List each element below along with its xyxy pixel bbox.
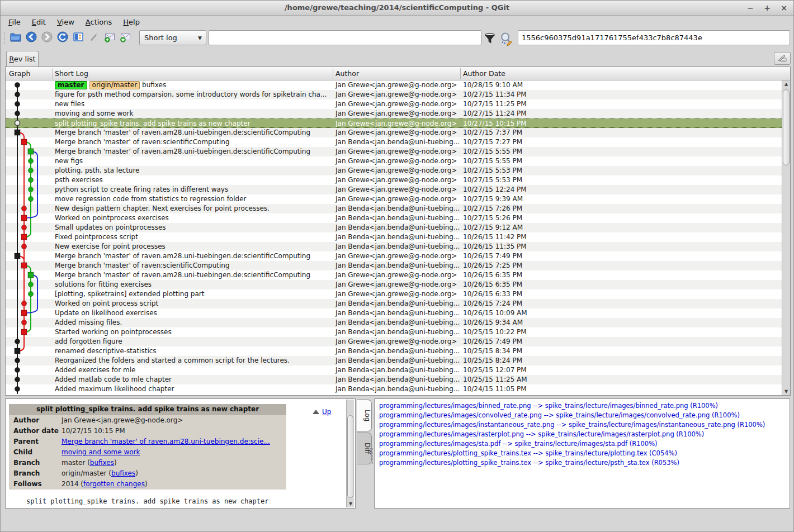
log-mode-combobox[interactable]: Short log ▼ [139, 30, 206, 45]
sha-input[interactable] [518, 30, 790, 45]
side-tab-diff[interactable]: Diff [357, 433, 372, 464]
commit-row[interactable]: Added matlab code to mle chapterJan Bend… [6, 375, 782, 384]
commit-row[interactable]: [plotting, spiketrains] extended plottin… [6, 289, 782, 299]
detail-link[interactable]: bufixes [90, 459, 114, 467]
renamed-file-entry[interactable]: programming/lectures/images/convolved_ra… [375, 411, 790, 420]
commit-graph [6, 147, 57, 156]
commit-row[interactable]: split plotting_spike trains. add spike t… [6, 118, 782, 128]
commit-row[interactable]: Started working on pointprocessesJan Ben… [6, 327, 782, 337]
toggle-view-icon[interactable] [71, 30, 86, 45]
maximize-button[interactable]: + [762, 3, 772, 13]
minimize-button[interactable]: − [745, 3, 755, 13]
col-header-authordate[interactable]: Author Date [463, 67, 505, 80]
commit-row[interactable]: Merge branch 'master' of raven.am28.uni-… [6, 128, 782, 137]
commit-row[interactable]: python script to create firing rates in … [6, 185, 782, 194]
panel-splitter-handle[interactable] [372, 448, 374, 464]
renamed-file-entry[interactable]: programming/lectures/plotting_spike_trai… [375, 449, 790, 458]
open-folder-icon[interactable] [8, 30, 23, 45]
commit-row[interactable]: Added maximum likelihood chapterJan Bend… [6, 384, 782, 394]
commit-row[interactable]: Small updates on pointprocessesJan Benda… [6, 223, 782, 232]
col-header-shortlog[interactable]: Short Log [55, 67, 88, 80]
search-input[interactable] [209, 30, 481, 45]
wand-icon[interactable] [87, 30, 101, 45]
commit-graph [6, 166, 57, 175]
scroll-down-icon[interactable]: ▼ [782, 388, 790, 395]
tab-corner-button[interactable] [774, 52, 791, 65]
tab-rev-list[interactable]: Rev list [6, 51, 39, 67]
commit-row[interactable]: Update on likelihood exercisesJan Benda<… [6, 308, 782, 318]
renamed-file-entry[interactable]: programming/lectures/images/rasterplot.p… [375, 430, 790, 439]
side-tab-log[interactable]: Log [357, 400, 372, 431]
table-scrollbar-thumb[interactable] [783, 89, 790, 165]
scroll-down-icon[interactable]: ▼ [347, 500, 355, 507]
up-link[interactable]: Up [322, 408, 331, 416]
commit-row[interactable]: figure for psth method comparsion, some … [6, 90, 782, 99]
detail-link[interactable]: forgotten changes [83, 480, 145, 488]
col-header-graph[interactable]: Graph [9, 67, 30, 80]
table-scrollbar[interactable]: ▲ ▼ [782, 80, 790, 395]
commit-message-text: Started working on pointprocesses [55, 327, 172, 337]
commit-row[interactable]: Added missing files.Jan Benda<jan.benda@… [6, 318, 782, 327]
detail-label: Author date [13, 426, 59, 436]
commit-row[interactable]: Merge branch 'master' of raven.am28.uni-… [6, 147, 782, 156]
commit-row[interactable]: Worked on point process scriptJan Benda<… [6, 299, 782, 308]
commit-row[interactable]: move regression code from statistics to … [6, 194, 782, 204]
commit-message-text: New exercise for point processes [55, 242, 166, 251]
detail-link[interactable]: moving and some work [62, 448, 140, 456]
menu-edit[interactable]: Edit [26, 16, 51, 29]
menu-file[interactable]: File [3, 16, 26, 29]
details-scrollbar-thumb[interactable] [347, 415, 353, 498]
commit-message-text: moving and some work [55, 109, 133, 118]
commit-row[interactable]: Worked on pointprocess exercisesJan Bend… [6, 213, 782, 223]
author-cell: Jan Grewe<jan.grewe@g-node.org> [335, 109, 461, 118]
renamed-file-entry[interactable]: programming/lectures/images/binned_rate.… [375, 401, 790, 411]
menu-help[interactable]: Help [117, 16, 145, 29]
commit-row[interactable]: renamed descriptive-statisticsJan Benda<… [6, 346, 782, 356]
forward-icon[interactable] [40, 30, 54, 45]
commit-graph [6, 194, 57, 204]
commit-row[interactable]: Fixed pointprocess scriptJan Benda<jan.b… [6, 232, 782, 242]
filter-funnel-icon[interactable] [483, 31, 497, 46]
commit-row[interactable]: add forgotten figureJan Grewe<jan.grewe@… [6, 337, 782, 346]
detail-link[interactable]: Merge branch 'master' of raven.am28.uni-… [62, 438, 270, 445]
column-divider[interactable] [53, 68, 53, 79]
commit-row[interactable]: new filesJan Grewe<jan.grewe@g-node.org>… [6, 99, 782, 109]
commit-row[interactable]: Merge branch 'master' of raven:scientifi… [6, 261, 782, 270]
renamed-file-entry[interactable]: programming/lectures/images/sta.pdf --> … [375, 439, 790, 449]
commit-row[interactable]: masterorigin/masterbufixesJan Grewe<jan.… [6, 80, 782, 90]
format-patch-icon[interactable] [118, 30, 133, 45]
col-header-author[interactable]: Author [335, 67, 359, 80]
menu-view[interactable]: View [51, 16, 80, 29]
scroll-up-icon[interactable]: ▲ [782, 80, 790, 88]
commit-row[interactable]: Merge branch 'master' of raven.am28.uni-… [6, 270, 782, 280]
commit-row[interactable]: Merge branch 'master' of raven.am28.uni-… [6, 251, 782, 261]
commit-row[interactable]: New exercise for point processesJan Bend… [6, 242, 782, 251]
commit-row[interactable]: new figsJan Grewe<jan.grewe@g-node.org>1… [6, 156, 782, 166]
highlight-search-icon[interactable] [499, 31, 514, 46]
commit-row[interactable]: solutions for fitting exercisesJan Grewe… [6, 280, 782, 289]
detail-link[interactable]: bufixes [111, 469, 135, 477]
commit-row[interactable]: Reorganized the folders and started a co… [6, 356, 782, 365]
commit-row[interactable]: moving and some workJan Grewe<jan.grewe@… [6, 109, 782, 118]
column-divider[interactable] [333, 68, 333, 79]
reload-icon[interactable] [55, 30, 70, 45]
commit-row[interactable]: New design pattern chapter. Next exercis… [6, 204, 782, 213]
commit-row[interactable]: Merge branch 'master' of raven:scientifi… [6, 137, 782, 147]
column-divider[interactable] [460, 68, 461, 79]
renamed-file-entry[interactable]: programming/lectures/images/instantaneou… [375, 420, 790, 430]
back-icon[interactable] [24, 30, 39, 45]
renamed-file-entry[interactable]: programming/lectures/plotting_spike_trai… [375, 458, 790, 468]
apply-patch-icon[interactable] [102, 30, 117, 45]
menu-actions[interactable]: Actions [80, 16, 118, 29]
commit-row[interactable]: Added exercises for mleJan Benda<jan.ben… [6, 365, 782, 375]
commit-row[interactable]: plotting, psth, sta lectureJan Grewe<jan… [6, 166, 782, 175]
detail-row-author: AuthorJan Grewe<jan.grewe@g-node.org> [9, 415, 286, 426]
up-link-box[interactable]: Up [313, 408, 331, 416]
author-cell: Jan Grewe<jan.grewe@g-node.org> [335, 270, 461, 280]
commit-graph [6, 90, 57, 99]
commit-row[interactable]: psth exercisesJan Grewe<jan.grewe@g-node… [6, 175, 782, 185]
toolbar-drag-handle[interactable] [4, 31, 6, 45]
date-cell: 10/25/15 8:24 PM [463, 356, 564, 365]
close-button[interactable]: × [779, 3, 789, 13]
details-scrollbar[interactable]: ▼ [346, 400, 354, 507]
